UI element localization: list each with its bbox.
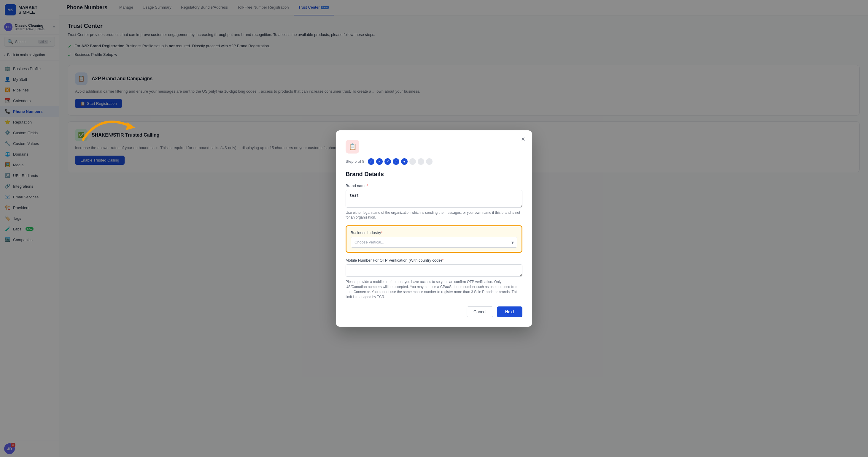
modal-close-button[interactable]: ✕: [519, 135, 527, 143]
business-industry-group: Business Industry* Choose vertical... Ag…: [346, 225, 522, 253]
mobile-number-label: Mobile Number For OTP Verification (With…: [346, 258, 522, 262]
step-dot-1: ✓: [368, 158, 374, 165]
svg-marker-0: [126, 122, 135, 130]
mobile-number-hint: Please provide a mobile number that you …: [346, 279, 522, 299]
brand-name-group: Brand name* test Use either legal name o…: [346, 183, 522, 220]
step-dot-2: ✓: [376, 158, 383, 165]
cancel-button[interactable]: Cancel: [467, 307, 493, 317]
modal-footer: Cancel Next: [346, 307, 522, 317]
brand-name-input[interactable]: test: [346, 190, 522, 207]
business-industry-label: Business Industry*: [351, 230, 517, 235]
next-button[interactable]: Next: [497, 307, 522, 317]
step-dot-8: [426, 158, 433, 165]
step-dot-4: ✓: [393, 158, 399, 165]
business-industry-select-wrapper: Choose vertical... Agriculture Communica…: [351, 237, 517, 248]
step-dot-3: ✓: [384, 158, 391, 165]
arrow-annotation: [77, 110, 143, 147]
brand-details-modal: ✕ 📋 Step 5 of 8 ✓ ✓ ✓ ✓ ● Brand Details …: [336, 131, 532, 327]
business-industry-select[interactable]: Choose vertical... Agriculture Communica…: [351, 237, 517, 248]
step-label: Step 5 of 8: [346, 159, 364, 164]
modal-overlay: ✕ 📋 Step 5 of 8 ✓ ✓ ✓ ✓ ● Brand Details …: [0, 0, 868, 457]
brand-name-hint: Use either legal name of the organizatio…: [346, 210, 522, 220]
step-dot-5: ●: [401, 158, 408, 165]
mobile-number-group: Mobile Number For OTP Verification (With…: [346, 258, 522, 299]
brand-name-label: Brand name*: [346, 183, 522, 188]
step-indicator: Step 5 of 8 ✓ ✓ ✓ ✓ ●: [346, 158, 522, 165]
mobile-number-input[interactable]: [346, 264, 522, 277]
step-dot-6: [409, 158, 416, 165]
modal-icon: 📋: [346, 140, 359, 153]
modal-title: Brand Details: [346, 171, 522, 178]
step-dot-7: [418, 158, 424, 165]
